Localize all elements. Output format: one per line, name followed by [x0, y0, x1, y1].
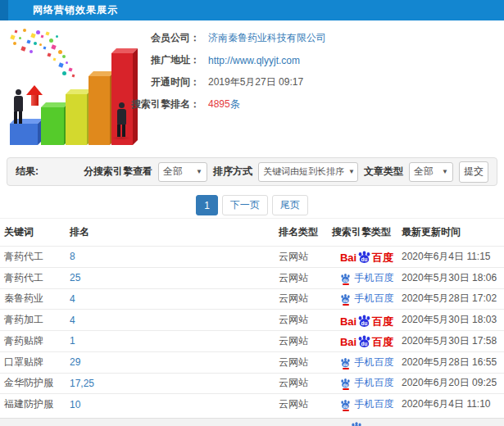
illustration-bar-green: [41, 107, 64, 145]
rank-link[interactable]: 29: [70, 356, 80, 368]
mobile-baidu-label: 手机百度: [355, 271, 394, 285]
mobile-baidu-icon: du: [340, 293, 351, 304]
mobile-baidu-icon: du: [340, 273, 351, 283]
info-row-open-time: 开通时间： 2019年5月27日 09:17: [131, 71, 492, 93]
illustration-bar-blue: [10, 124, 38, 145]
rank-link[interactable]: 25: [70, 272, 80, 283]
header-keyword: 关键词: [4, 225, 70, 239]
mobile-baidu-logo: du手机百度: [340, 376, 394, 390]
result-label: 结果:: [16, 165, 39, 179]
engine-rank-value: 4895条: [208, 97, 240, 111]
svg-text:du: du: [361, 320, 368, 325]
svg-text:du: du: [343, 405, 347, 409]
search-engine-cell: du手机百度: [332, 356, 402, 369]
chevron-down-icon: ▼: [344, 168, 355, 175]
page-number-current[interactable]: 1: [196, 195, 218, 215]
businessman-figure-left: [11, 89, 25, 124]
open-time-value: 2019年5月27日 09:17: [208, 75, 303, 89]
header-engine-type: 搜索引擎类型: [332, 225, 402, 239]
rank-link[interactable]: 4: [70, 315, 75, 326]
table-row[interactable]: 膏药代工 8 云网站 Baidu百度 2020年6月4日 11:15: [0, 246, 504, 267]
baidu-logo-bai: Bai: [340, 252, 356, 263]
keyword-cell: 金华防护服: [4, 376, 70, 390]
baidu-paw-icon: du: [340, 399, 351, 410]
keyword-cell: 口罩贴牌: [4, 356, 70, 369]
table-header-row: 关键词 排名 排名类型 搜索引擎类型 最新更新时间: [0, 218, 504, 246]
mobile-baidu-icon: du: [340, 378, 351, 388]
mobile-baidu-logo: du手机百度: [340, 292, 394, 306]
baidu-logo-cn: 百度: [372, 337, 393, 347]
search-engine-cell: Baidu百度: [332, 250, 402, 263]
update-time-cell: 2020年5月30日 17:58: [402, 334, 504, 348]
mobile-baidu-logo: du手机百度: [340, 397, 394, 411]
mobile-baidu-label: 手机百度: [355, 356, 394, 369]
rank-cell: 4: [70, 315, 279, 326]
rank-link[interactable]: 17,25: [70, 378, 94, 389]
next-page-button[interactable]: 下一页: [222, 195, 268, 215]
table-body: 膏药代工 8 云网站 Baidu百度 2020年6月4日 11:15 膏药代工 …: [0, 246, 504, 415]
header-updated: 最新更新时间: [402, 225, 504, 239]
update-time-cell: 2020年6月4日 11:15: [402, 250, 504, 264]
rank-link[interactable]: 8: [70, 251, 75, 262]
info-row-company: 会员公司： 济南秦鲁药业科技有限公司: [131, 27, 492, 49]
page: { "window": { "title": "网络营销效果展示" }, "in…: [0, 0, 504, 426]
rank-link[interactable]: 1: [70, 335, 75, 347]
svg-text:du: du: [361, 256, 368, 262]
businessman-figure-right: [115, 102, 128, 137]
submit-button[interactable]: 提交: [459, 161, 488, 183]
update-time-cell: 2020年5月30日 18:06: [402, 271, 504, 285]
header-rank-type: 排名类型: [279, 225, 332, 239]
article-type-selected: 全部: [414, 165, 434, 179]
baidu-paw-icon: du: [340, 293, 351, 304]
pagination: 1 下一页 尾页: [0, 195, 504, 215]
rank-type-cell: 云网站: [279, 271, 332, 285]
company-info-list: 会员公司： 济南秦鲁药业科技有限公司 推广地址： http://www.qlyy…: [131, 27, 492, 116]
keyword-cell: 膏药加工: [4, 313, 70, 327]
mobile-baidu-logo: du手机百度: [340, 271, 394, 285]
baidu-logo-cn: 百度: [372, 316, 393, 327]
engine-view-select[interactable]: 全部 ▼: [158, 162, 207, 182]
search-engine-cell: du手机百度: [332, 397, 402, 411]
table-row[interactable]: 秦鲁药业 4 云网站 du手机百度 2020年5月28日 17:02: [0, 288, 504, 310]
keyword-rank-table: 关键词 排名 排名类型 搜索引擎类型 最新更新时间 膏药代工 8 云网站 Bai…: [0, 218, 504, 415]
keyword-cell: 膏药代工: [4, 250, 70, 264]
table-row[interactable]: 福建防护服 10 云网站 du手机百度 2020年6月4日 11:10: [0, 393, 504, 415]
keyword-cell: 膏药贴牌: [4, 334, 70, 348]
open-time-label: 开通时间：: [131, 75, 200, 89]
keyword-cell: 秦鲁药业: [4, 292, 70, 306]
baidu-logo-cn: 百度: [372, 252, 393, 263]
baidu-paw-icon: du: [340, 378, 351, 388]
baidu-logo-bai: Bai: [340, 316, 356, 327]
rank-count: 4895: [208, 98, 230, 110]
rank-type-cell: 云网站: [279, 250, 332, 264]
baidu-logo: Baidu百度: [340, 250, 393, 263]
sort-label: 排序方式: [213, 165, 252, 179]
svg-text:du: du: [343, 383, 347, 387]
last-page-button[interactable]: 尾页: [272, 195, 308, 215]
company-label: 会员公司：: [131, 31, 200, 45]
sort-select[interactable]: 关键词由短到长排序 ▼: [258, 162, 358, 182]
article-type-select[interactable]: 全部 ▼: [409, 162, 453, 182]
table-row[interactable]: 膏药贴牌 1 云网站 Baidu百度 2020年5月30日 17:58: [0, 330, 504, 351]
up-arrow-icon: [26, 85, 43, 106]
rank-link[interactable]: 4: [70, 293, 75, 305]
table-row[interactable]: 膏药代工 25 云网站 du手机百度 2020年5月30日 18:06: [0, 267, 504, 288]
table-row-partial: du: [0, 418, 504, 426]
table-row[interactable]: 口罩贴牌 29 云网站 du手机百度 2020年5月28日 16:55: [0, 351, 504, 373]
baidu-paw-icon: du: [340, 273, 351, 283]
table-row[interactable]: 膏药加工 4 云网站 Baidu百度 2020年5月30日 18:03: [0, 309, 504, 330]
table-row[interactable]: 金华防护服 17,25 云网站 du手机百度 2020年6月20日 09:25: [0, 373, 504, 394]
filter-bar: 结果: 分搜索引擎查看 全部 ▼ 排序方式 关键词由短到长排序 ▼ 文章类型 全…: [7, 157, 497, 186]
promotion-url-label: 推广地址：: [131, 53, 200, 67]
rank-cell: 1: [70, 335, 279, 347]
page-title: 网络营销效果展示: [33, 0, 118, 20]
company-info-section: 会员公司： 济南秦鲁药业科技有限公司 推广地址： http://www.qlyy…: [0, 20, 504, 156]
search-engine-cell: Baidu百度: [332, 314, 402, 327]
rank-cell: 17,25: [70, 378, 279, 389]
company-name-link[interactable]: 济南秦鲁药业科技有限公司: [208, 31, 326, 45]
promotion-url-link[interactable]: http://www.qlyyjt.com: [208, 55, 300, 66]
update-time-cell: 2020年6月4日 11:10: [402, 397, 504, 411]
chevron-down-icon: ▼: [192, 168, 202, 175]
mobile-baidu-icon: du: [340, 357, 351, 368]
rank-link[interactable]: 10: [70, 399, 80, 410]
